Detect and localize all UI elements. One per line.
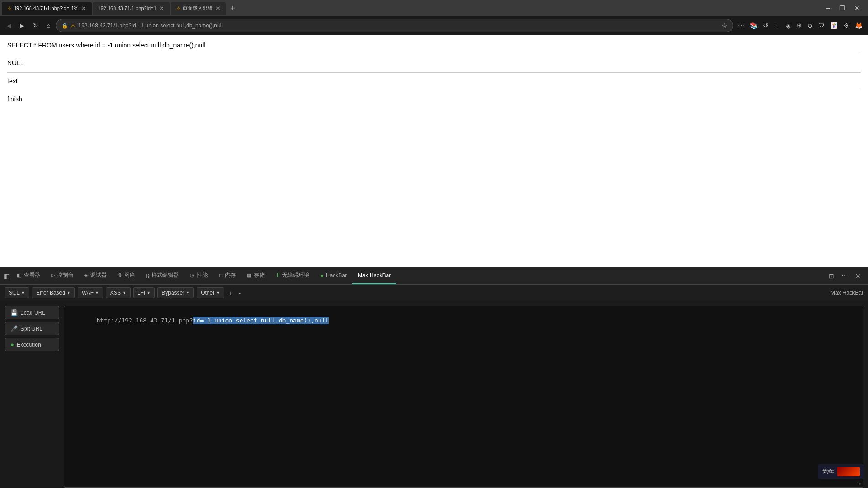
remove-menu-button[interactable]: - bbox=[237, 290, 242, 296]
lfi-dropdown-arrow: ▼ bbox=[146, 291, 151, 295]
dock-icon[interactable]: ⊡ bbox=[827, 271, 836, 280]
console-label: 控制台 bbox=[57, 271, 73, 279]
lfi-menu-button[interactable]: LFI ▼ bbox=[133, 287, 155, 298]
tab-warning-icon: ⚠ bbox=[7, 5, 12, 11]
execution-icon: ● bbox=[10, 341, 14, 348]
url-text: 192.168.43.71/1.php?id=-1 union select n… bbox=[78, 22, 719, 29]
error-based-menu-button[interactable]: Error Based ▼ bbox=[32, 287, 75, 298]
sql-label: SQL bbox=[9, 290, 20, 296]
ad-label: 赞赏□ bbox=[822, 468, 834, 475]
other-label: Other bbox=[201, 290, 214, 296]
tab-3[interactable]: ⚠ 页面载入出错 ✕ bbox=[171, 2, 226, 15]
tab-1-close[interactable]: ✕ bbox=[81, 5, 86, 12]
tab-2[interactable]: 192.168.43.71/1.php?id=1 ✕ bbox=[93, 2, 170, 15]
execution-label: Execution bbox=[17, 342, 41, 348]
tab-2-title: 192.168.43.71/1.php?id=1 bbox=[98, 5, 157, 11]
settings-icon[interactable]: ⚙ bbox=[842, 20, 851, 31]
minimize-button[interactable]: ─ bbox=[823, 4, 833, 13]
more-options-icon[interactable]: ⋯ bbox=[736, 20, 746, 31]
spit-url-label: Spit URL bbox=[21, 326, 42, 332]
firefox-icon[interactable]: 🦊 bbox=[853, 20, 864, 31]
extension-2-icon[interactable]: ❄ bbox=[795, 20, 804, 31]
load-url-icon: 💾 bbox=[10, 309, 18, 316]
network-icon: ⇅ bbox=[118, 272, 122, 278]
bypasser-label: Bypasser bbox=[162, 290, 184, 296]
lfi-label: LFI bbox=[137, 290, 145, 296]
tab-console[interactable]: ▷ 控制台 bbox=[46, 267, 79, 284]
devtools-expand-icon[interactable]: ◧ bbox=[2, 271, 11, 280]
tab-1[interactable]: ⚠ 192.168.43.71/1.php?id=-1% ✕ bbox=[2, 2, 92, 15]
xss-menu-button[interactable]: XSS ▼ bbox=[106, 287, 131, 298]
tab-inspector[interactable]: ◧ 查看器 bbox=[11, 267, 46, 284]
resize-handle[interactable]: ⤡ bbox=[857, 480, 861, 486]
hackbar-left-panel: 💾 Load URL 🎤 Spit URL ● Execution bbox=[5, 306, 59, 488]
extension-1-icon[interactable]: ◈ bbox=[784, 20, 793, 31]
other-dropdown-arrow: ▼ bbox=[216, 291, 220, 295]
page-content: SELECT * FROM users where id = -1 union … bbox=[0, 35, 868, 267]
style-editor-label: 样式编辑器 bbox=[152, 271, 179, 279]
sidebar-icon[interactable]: 📚 bbox=[748, 20, 759, 31]
result-null: NULL bbox=[7, 58, 861, 68]
add-menu-button[interactable]: + bbox=[227, 290, 234, 296]
forward-button[interactable]: ▶ bbox=[17, 20, 27, 31]
address-bar: ◀ ▶ ↻ ⌂ 🔒 ⚠ 192.168.43.71/1.php?id=-1 un… bbox=[0, 16, 868, 35]
tab-3-close[interactable]: ✕ bbox=[215, 5, 220, 12]
inspector-icon: ◧ bbox=[17, 272, 21, 278]
memory-label: 内存 bbox=[225, 271, 236, 279]
close-button[interactable]: ✕ bbox=[852, 4, 863, 13]
tab-network[interactable]: ⇅ 网络 bbox=[112, 267, 141, 284]
bypasser-menu-button[interactable]: Bypasser ▼ bbox=[157, 287, 194, 298]
devtools-close-icon[interactable]: ✕ bbox=[853, 271, 863, 280]
tab-accessibility[interactable]: ✛ 无障碍环境 bbox=[270, 267, 315, 284]
accessibility-label: 无障碍环境 bbox=[282, 271, 309, 279]
load-url-button[interactable]: 💾 Load URL bbox=[5, 306, 59, 319]
extension-5-icon[interactable]: 🃏 bbox=[828, 20, 840, 31]
hackbar-label: HackBar bbox=[326, 272, 347, 279]
refresh-button[interactable]: ↻ bbox=[30, 20, 41, 31]
new-tab-button[interactable]: + bbox=[227, 4, 239, 13]
back-button[interactable]: ◀ bbox=[4, 20, 14, 31]
tab-storage[interactable]: ▦ 存储 bbox=[241, 267, 270, 284]
divider-1 bbox=[7, 54, 861, 54]
window-controls: ─ ❐ ✕ bbox=[823, 4, 866, 13]
waf-menu-button[interactable]: WAF ▼ bbox=[78, 287, 103, 298]
tab-2-close[interactable]: ✕ bbox=[159, 5, 164, 12]
tab-performance[interactable]: ◷ 性能 bbox=[184, 267, 213, 284]
spit-url-button[interactable]: 🎤 Spit URL bbox=[5, 322, 59, 335]
debugger-label: 调试器 bbox=[90, 271, 107, 279]
accessibility-icon: ✛ bbox=[276, 272, 280, 278]
tab-memory[interactable]: ◻ 内存 bbox=[213, 267, 241, 284]
ad-overlay[interactable]: 赞赏□ bbox=[818, 464, 864, 479]
waf-label: WAF bbox=[82, 290, 94, 296]
execution-button[interactable]: ● Execution bbox=[5, 338, 59, 351]
home-button[interactable]: ⌂ bbox=[44, 20, 53, 31]
performance-label: 性能 bbox=[197, 271, 208, 279]
devtools-more-icon[interactable]: ⋯ bbox=[840, 271, 850, 280]
sync-icon[interactable]: ↺ bbox=[761, 20, 770, 31]
extension-3-icon[interactable]: ⊕ bbox=[805, 20, 815, 31]
extension-4-icon[interactable]: 🛡 bbox=[816, 20, 826, 31]
star-icon[interactable]: ☆ bbox=[722, 22, 727, 29]
maximize-button[interactable]: ❐ bbox=[837, 4, 848, 13]
devtools-actions: ⊡ ⋯ ✕ bbox=[827, 271, 866, 280]
url-box[interactable]: 🔒 ⚠ 192.168.43.71/1.php?id=-1 union sele… bbox=[56, 19, 733, 32]
hackbar-title-label: Max HackBar bbox=[831, 290, 863, 296]
tab-3-warning-icon: ⚠ bbox=[176, 5, 181, 11]
url-highlighted-part: id=-1 union select null,db_name(),null bbox=[193, 317, 329, 324]
xss-dropdown-arrow: ▼ bbox=[122, 291, 126, 295]
hackbar-icon: ● bbox=[320, 273, 324, 278]
storage-icon: ▦ bbox=[247, 272, 251, 278]
hackbar-input-area: <span class="url-normal">http://192.168.… bbox=[64, 306, 863, 488]
other-menu-button[interactable]: Other ▼ bbox=[197, 287, 224, 298]
tab-hackbar[interactable]: ● HackBar bbox=[315, 267, 352, 284]
tab-style-editor[interactable]: {} 样式编辑器 bbox=[141, 267, 184, 284]
back-nav-icon[interactable]: ← bbox=[772, 20, 782, 31]
divider-3 bbox=[7, 90, 861, 90]
sql-menu-button[interactable]: SQL ▼ bbox=[5, 287, 29, 298]
tab-3-title: 页面载入出错 bbox=[183, 5, 213, 12]
tab-debugger[interactable]: ◈ 调试器 bbox=[79, 267, 112, 284]
network-label: 网络 bbox=[124, 271, 135, 279]
debugger-icon: ◈ bbox=[84, 272, 88, 278]
ad-image-placeholder bbox=[837, 467, 860, 476]
tab-max-hackbar[interactable]: Max HackBar bbox=[352, 267, 396, 284]
